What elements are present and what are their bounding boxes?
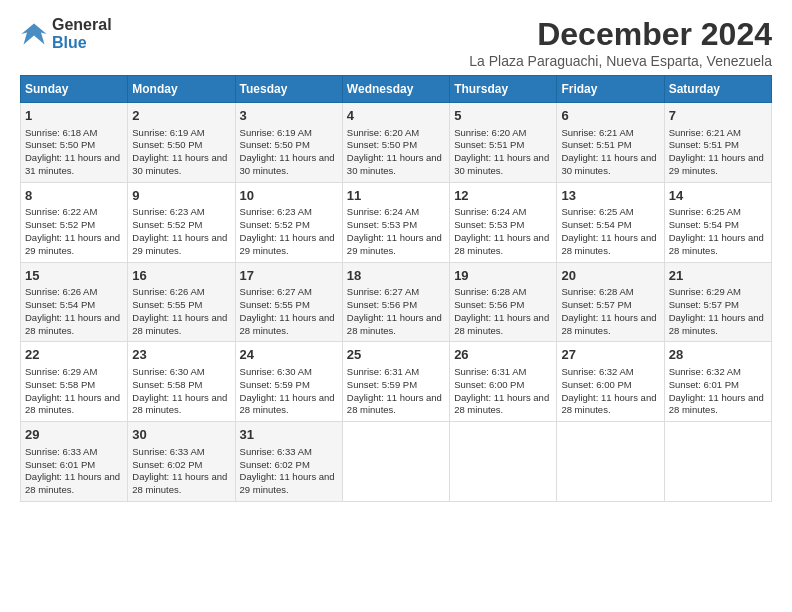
daylight-label: Daylight: 11 hours and 28 minutes. (240, 312, 335, 336)
daylight-label: Daylight: 11 hours and 30 minutes. (132, 152, 227, 176)
sunset-label: Sunset: 6:02 PM (240, 459, 310, 470)
week-row-5: 29Sunrise: 6:33 AMSunset: 6:01 PMDayligh… (21, 422, 772, 502)
day-number: 29 (25, 426, 123, 444)
day-number: 7 (669, 107, 767, 125)
header: General Blue December 2024 La Plaza Para… (20, 16, 772, 69)
daylight-label: Daylight: 11 hours and 28 minutes. (132, 312, 227, 336)
day-cell (342, 422, 449, 502)
daylight-label: Daylight: 11 hours and 28 minutes. (669, 312, 764, 336)
svg-marker-0 (21, 23, 46, 44)
day-cell: 14Sunrise: 6:25 AMSunset: 5:54 PMDayligh… (664, 182, 771, 262)
header-cell-saturday: Saturday (664, 76, 771, 103)
day-cell: 27Sunrise: 6:32 AMSunset: 6:00 PMDayligh… (557, 342, 664, 422)
sunrise-label: Sunrise: 6:24 AM (454, 206, 526, 217)
day-cell: 8Sunrise: 6:22 AMSunset: 5:52 PMDaylight… (21, 182, 128, 262)
sunrise-label: Sunrise: 6:29 AM (25, 366, 97, 377)
day-number: 16 (132, 267, 230, 285)
sunrise-label: Sunrise: 6:20 AM (454, 127, 526, 138)
sunset-label: Sunset: 5:57 PM (669, 299, 739, 310)
header-cell-wednesday: Wednesday (342, 76, 449, 103)
sunrise-label: Sunrise: 6:31 AM (454, 366, 526, 377)
week-row-3: 15Sunrise: 6:26 AMSunset: 5:54 PMDayligh… (21, 262, 772, 342)
header-cell-tuesday: Tuesday (235, 76, 342, 103)
logo-icon (20, 20, 48, 48)
day-number: 15 (25, 267, 123, 285)
sunset-label: Sunset: 5:50 PM (240, 139, 310, 150)
day-number: 10 (240, 187, 338, 205)
daylight-label: Daylight: 11 hours and 28 minutes. (25, 312, 120, 336)
sunset-label: Sunset: 5:53 PM (347, 219, 417, 230)
main-title: December 2024 (469, 16, 772, 53)
daylight-label: Daylight: 11 hours and 29 minutes. (132, 232, 227, 256)
sunrise-label: Sunrise: 6:31 AM (347, 366, 419, 377)
header-cell-friday: Friday (557, 76, 664, 103)
sunset-label: Sunset: 5:50 PM (132, 139, 202, 150)
day-cell: 12Sunrise: 6:24 AMSunset: 5:53 PMDayligh… (450, 182, 557, 262)
sunrise-label: Sunrise: 6:26 AM (25, 286, 97, 297)
sunset-label: Sunset: 5:51 PM (561, 139, 631, 150)
sunrise-label: Sunrise: 6:28 AM (561, 286, 633, 297)
daylight-label: Daylight: 11 hours and 29 minutes. (240, 232, 335, 256)
day-cell: 1Sunrise: 6:18 AMSunset: 5:50 PMDaylight… (21, 103, 128, 183)
sunset-label: Sunset: 5:54 PM (669, 219, 739, 230)
daylight-label: Daylight: 11 hours and 28 minutes. (561, 312, 656, 336)
sunset-label: Sunset: 5:55 PM (240, 299, 310, 310)
day-cell: 2Sunrise: 6:19 AMSunset: 5:50 PMDaylight… (128, 103, 235, 183)
sunrise-label: Sunrise: 6:29 AM (669, 286, 741, 297)
logo-text: General Blue (52, 16, 112, 51)
sunrise-label: Sunrise: 6:33 AM (132, 446, 204, 457)
sunset-label: Sunset: 5:51 PM (669, 139, 739, 150)
day-number: 28 (669, 346, 767, 364)
sunrise-label: Sunrise: 6:30 AM (132, 366, 204, 377)
day-cell: 19Sunrise: 6:28 AMSunset: 5:56 PMDayligh… (450, 262, 557, 342)
sunset-label: Sunset: 5:56 PM (454, 299, 524, 310)
daylight-label: Daylight: 11 hours and 28 minutes. (454, 312, 549, 336)
day-cell: 15Sunrise: 6:26 AMSunset: 5:54 PMDayligh… (21, 262, 128, 342)
daylight-label: Daylight: 11 hours and 28 minutes. (132, 392, 227, 416)
logo: General Blue (20, 16, 112, 51)
day-cell: 16Sunrise: 6:26 AMSunset: 5:55 PMDayligh… (128, 262, 235, 342)
sunset-label: Sunset: 5:59 PM (240, 379, 310, 390)
day-cell: 17Sunrise: 6:27 AMSunset: 5:55 PMDayligh… (235, 262, 342, 342)
sunset-label: Sunset: 5:52 PM (25, 219, 95, 230)
sunset-label: Sunset: 5:56 PM (347, 299, 417, 310)
week-row-4: 22Sunrise: 6:29 AMSunset: 5:58 PMDayligh… (21, 342, 772, 422)
sunset-label: Sunset: 6:00 PM (454, 379, 524, 390)
sunrise-label: Sunrise: 6:20 AM (347, 127, 419, 138)
daylight-label: Daylight: 11 hours and 30 minutes. (240, 152, 335, 176)
day-cell: 13Sunrise: 6:25 AMSunset: 5:54 PMDayligh… (557, 182, 664, 262)
day-cell: 20Sunrise: 6:28 AMSunset: 5:57 PMDayligh… (557, 262, 664, 342)
day-cell: 23Sunrise: 6:30 AMSunset: 5:58 PMDayligh… (128, 342, 235, 422)
daylight-label: Daylight: 11 hours and 29 minutes. (669, 152, 764, 176)
daylight-label: Daylight: 11 hours and 29 minutes. (25, 232, 120, 256)
sunrise-label: Sunrise: 6:19 AM (132, 127, 204, 138)
day-cell: 25Sunrise: 6:31 AMSunset: 5:59 PMDayligh… (342, 342, 449, 422)
sunrise-label: Sunrise: 6:21 AM (669, 127, 741, 138)
daylight-label: Daylight: 11 hours and 28 minutes. (25, 392, 120, 416)
day-number: 9 (132, 187, 230, 205)
week-row-2: 8Sunrise: 6:22 AMSunset: 5:52 PMDaylight… (21, 182, 772, 262)
sunset-label: Sunset: 5:52 PM (132, 219, 202, 230)
daylight-label: Daylight: 11 hours and 29 minutes. (347, 232, 442, 256)
day-number: 18 (347, 267, 445, 285)
sunset-label: Sunset: 6:00 PM (561, 379, 631, 390)
day-cell: 28Sunrise: 6:32 AMSunset: 6:01 PMDayligh… (664, 342, 771, 422)
sunset-label: Sunset: 5:58 PM (132, 379, 202, 390)
daylight-label: Daylight: 11 hours and 30 minutes. (347, 152, 442, 176)
day-number: 22 (25, 346, 123, 364)
sunrise-label: Sunrise: 6:33 AM (240, 446, 312, 457)
day-number: 19 (454, 267, 552, 285)
header-cell-thursday: Thursday (450, 76, 557, 103)
sunset-label: Sunset: 5:50 PM (25, 139, 95, 150)
sunset-label: Sunset: 5:55 PM (132, 299, 202, 310)
day-cell: 9Sunrise: 6:23 AMSunset: 5:52 PMDaylight… (128, 182, 235, 262)
day-cell: 5Sunrise: 6:20 AMSunset: 5:51 PMDaylight… (450, 103, 557, 183)
day-number: 1 (25, 107, 123, 125)
sunrise-label: Sunrise: 6:22 AM (25, 206, 97, 217)
daylight-label: Daylight: 11 hours and 29 minutes. (240, 471, 335, 495)
day-cell: 10Sunrise: 6:23 AMSunset: 5:52 PMDayligh… (235, 182, 342, 262)
sunrise-label: Sunrise: 6:25 AM (561, 206, 633, 217)
sunset-label: Sunset: 5:53 PM (454, 219, 524, 230)
daylight-label: Daylight: 11 hours and 28 minutes. (132, 471, 227, 495)
day-cell: 3Sunrise: 6:19 AMSunset: 5:50 PMDaylight… (235, 103, 342, 183)
